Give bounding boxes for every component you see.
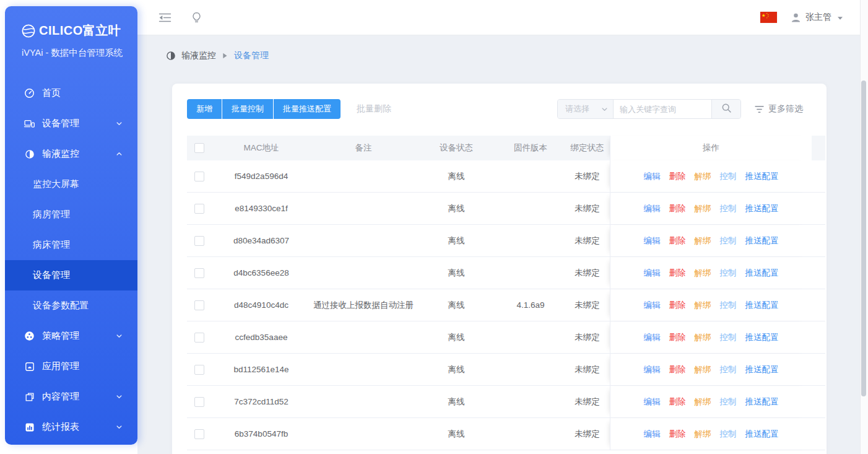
sidebar-item-label: 首页 — [42, 87, 61, 99]
control-action-link[interactable]: 控制 — [720, 203, 737, 214]
cell-actions: 编辑删除解绑控制推送配置 — [610, 257, 812, 289]
row-checkbox[interactable] — [194, 236, 204, 246]
push-action-link[interactable]: 推送配置 — [745, 332, 779, 343]
sidebar-item-label: 设备管理 — [42, 118, 79, 129]
table-row: d4bc6356ee28离线未绑定编辑删除解绑控制推送配置 — [187, 257, 825, 289]
row-checkbox[interactable] — [194, 365, 204, 375]
table-row: bd112561e14e离线未绑定编辑删除解绑控制推送配置 — [187, 354, 825, 386]
cell-mac: d4bc6356ee28 — [212, 257, 311, 289]
cell-status: 离线 — [416, 225, 497, 256]
cell-actions: 编辑删除解绑控制推送配置 — [610, 289, 812, 321]
sidebar-item-stats-report[interactable]: 统计报表 — [5, 412, 137, 442]
search-button[interactable] — [711, 100, 740, 118]
header-bind: 绑定状态 — [565, 136, 610, 160]
push-action-link[interactable]: 推送配置 — [745, 429, 779, 440]
row-checkbox[interactable] — [194, 268, 204, 278]
sidebar-item-strategy-management[interactable]: 策略管理 — [5, 321, 137, 351]
unbind-action-link[interactable]: 解绑 — [695, 235, 711, 247]
lightbulb-icon[interactable] — [191, 12, 202, 24]
cell-status: 离线 — [416, 418, 497, 450]
unbind-action-link[interactable]: 解绑 — [695, 268, 711, 279]
table-row: ccfedb35aaee离线未绑定编辑删除解绑控制推送配置 — [187, 321, 825, 354]
sidebar-item-monitor-big-screen[interactable]: 监控大屏幕 — [5, 169, 137, 199]
delete-action-link[interactable]: 删除 — [669, 235, 686, 247]
control-action-link[interactable]: 控制 — [720, 268, 737, 279]
batch-push-config-button[interactable]: 批量推送配置 — [274, 99, 341, 119]
sidebar-item-infusion-monitoring[interactable]: 输液监控 — [5, 139, 137, 169]
select-all-checkbox[interactable] — [194, 143, 204, 153]
add-button[interactable]: 新增 — [187, 99, 222, 119]
delete-action-link[interactable]: 删除 — [669, 171, 686, 182]
cell-status: 离线 — [416, 160, 497, 192]
delete-action-link[interactable]: 删除 — [669, 268, 686, 279]
username[interactable]: 张主管 — [805, 12, 831, 23]
delete-action-link[interactable]: 删除 — [669, 203, 686, 214]
delete-action-link[interactable]: 删除 — [669, 429, 686, 440]
sidebar-item-device-param-config[interactable]: 设备参数配置 — [5, 290, 137, 321]
scrollbar-thumb[interactable] — [861, 81, 866, 396]
delete-action-link[interactable]: 删除 — [669, 332, 686, 343]
row-checkbox[interactable] — [194, 300, 204, 310]
chevron-down-icon — [116, 120, 123, 127]
unbind-action-link[interactable]: 解绑 — [695, 300, 711, 311]
edit-action-link[interactable]: 编辑 — [644, 332, 661, 343]
push-action-link[interactable]: 推送配置 — [745, 364, 779, 375]
china-flag-icon[interactable] — [760, 12, 777, 23]
delete-action-link[interactable]: 删除 — [669, 300, 686, 311]
collapse-sidebar-icon[interactable] — [158, 12, 171, 23]
push-action-link[interactable]: 推送配置 — [745, 171, 779, 182]
sidebar-item-device-management-sub[interactable]: 设备管理 — [5, 260, 137, 290]
devices-icon — [24, 119, 35, 129]
sidebar-item-content-management[interactable]: 内容管理 — [5, 382, 137, 412]
control-action-link[interactable]: 控制 — [720, 364, 737, 375]
sidebar-item-device-management[interactable]: 设备管理 — [5, 108, 137, 139]
edit-action-link[interactable]: 编辑 — [644, 203, 661, 214]
push-action-link[interactable]: 推送配置 — [745, 396, 779, 408]
control-action-link[interactable]: 控制 — [720, 300, 737, 311]
batch-control-button[interactable]: 批量控制 — [222, 99, 273, 119]
control-action-link[interactable]: 控制 — [720, 235, 737, 247]
edit-action-link[interactable]: 编辑 — [644, 396, 661, 408]
caret-down-icon[interactable] — [837, 16, 843, 20]
push-action-link[interactable]: 推送配置 — [745, 235, 779, 247]
push-action-link[interactable]: 推送配置 — [745, 300, 779, 311]
edit-action-link[interactable]: 编辑 — [644, 268, 661, 279]
row-checkbox[interactable] — [194, 204, 204, 214]
row-scrollbar-gutter — [812, 418, 825, 450]
keyword-search-input[interactable] — [614, 100, 711, 118]
edit-action-link[interactable]: 编辑 — [644, 171, 661, 182]
push-action-link[interactable]: 推送配置 — [745, 268, 779, 279]
unbind-action-link[interactable]: 解绑 — [695, 171, 711, 182]
control-action-link[interactable]: 控制 — [720, 396, 737, 408]
sidebar-item-bed-management[interactable]: 病床管理 — [5, 230, 137, 260]
unbind-action-link[interactable]: 解绑 — [695, 332, 711, 343]
unbind-action-link[interactable]: 解绑 — [695, 396, 711, 408]
sidebar-item-home[interactable]: 首页 — [5, 78, 137, 108]
control-action-link[interactable]: 控制 — [720, 171, 737, 182]
batch-delete-button[interactable]: 批量删除 — [353, 103, 395, 115]
unbind-action-link[interactable]: 解绑 — [695, 429, 711, 440]
breadcrumb-current[interactable]: 设备管理 — [234, 50, 269, 61]
control-action-link[interactable]: 控制 — [720, 429, 737, 440]
page-scrollbar[interactable] — [860, 0, 868, 454]
unbind-action-link[interactable]: 解绑 — [695, 203, 711, 214]
row-checkbox[interactable] — [194, 429, 204, 439]
delete-action-link[interactable]: 删除 — [669, 364, 686, 375]
filter-select[interactable]: 请选择 — [558, 100, 614, 118]
edit-action-link[interactable]: 编辑 — [644, 235, 661, 247]
cell-status: 离线 — [416, 386, 497, 417]
row-checkbox[interactable] — [194, 397, 204, 407]
sidebar-item-app-management[interactable]: 应用管理 — [5, 351, 137, 382]
edit-action-link[interactable]: 编辑 — [644, 300, 661, 311]
more-filters-button[interactable]: 更多筛选 — [755, 103, 803, 115]
delete-action-link[interactable]: 删除 — [669, 396, 686, 408]
row-checkbox[interactable] — [194, 172, 204, 181]
push-action-link[interactable]: 推送配置 — [745, 203, 779, 214]
row-checkbox[interactable] — [194, 333, 204, 343]
sidebar-item-ward-management[interactable]: 病房管理 — [5, 199, 137, 230]
unbind-action-link[interactable]: 解绑 — [695, 364, 711, 375]
row-scrollbar-gutter — [812, 289, 825, 321]
edit-action-link[interactable]: 编辑 — [644, 429, 661, 440]
edit-action-link[interactable]: 编辑 — [644, 364, 661, 375]
control-action-link[interactable]: 控制 — [720, 332, 737, 343]
